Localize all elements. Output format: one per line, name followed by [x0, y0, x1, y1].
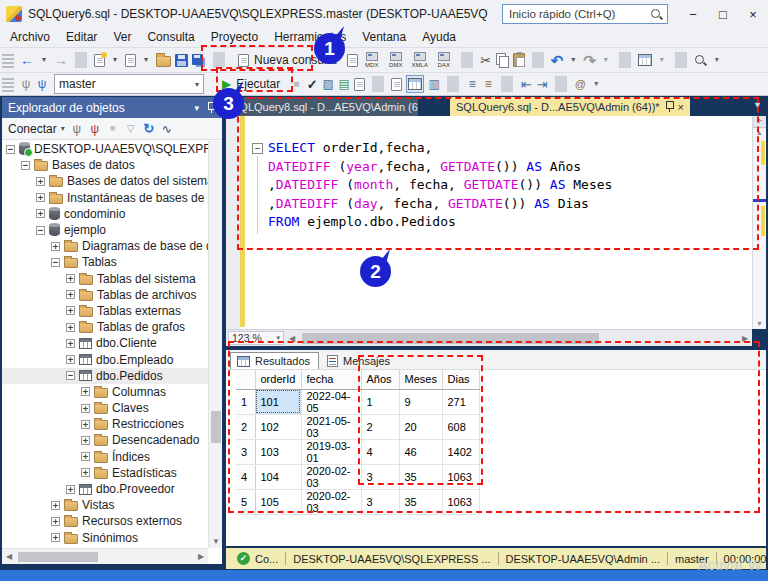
- tree-item-claves[interactable]: +Claves: [2, 400, 208, 416]
- scroll-right-icon[interactable]: ▶: [194, 552, 208, 561]
- grid-cell[interactable]: 102: [255, 414, 301, 439]
- tree-item-bases-de-datos[interactable]: −Bases de datos: [2, 157, 208, 173]
- grid-cell[interactable]: 608: [442, 414, 479, 439]
- navigate-back-icon[interactable]: ←: [20, 51, 34, 69]
- menu-ventana[interactable]: Ventana: [354, 28, 414, 47]
- tree-item-tablas-de-archivos[interactable]: +Tablas de archivos: [2, 287, 208, 303]
- grid-cell[interactable]: 1063: [442, 464, 479, 489]
- database-combobox[interactable]: master ▾: [54, 74, 204, 94]
- tree-item-vistas[interactable]: +Vistas: [2, 497, 208, 513]
- undo-icon[interactable]: ↶: [551, 51, 564, 69]
- tab-list-caret-icon[interactable]: ▼: [753, 100, 762, 110]
- tree-item-columnas[interactable]: +Columnas: [2, 384, 208, 400]
- tree-item-instantáneas-de-bases-de-d[interactable]: +Instantáneas de bases de d: [2, 190, 208, 206]
- expander-icon[interactable]: −: [6, 145, 15, 154]
- menu-consulta[interactable]: Consulta: [139, 28, 202, 47]
- menu-ver[interactable]: Ver: [105, 28, 139, 47]
- tree-item-índices[interactable]: +Índices: [2, 449, 208, 465]
- change-connection-icon[interactable]: ψ: [36, 75, 48, 93]
- debug-stop-icon[interactable]: ■: [290, 75, 302, 93]
- grid-cell[interactable]: 4: [361, 439, 399, 464]
- grid-column-header[interactable]: Meses: [399, 370, 442, 389]
- tree-item-dbo-proveedor[interactable]: +dbo.Proveedor: [2, 481, 208, 497]
- expander-icon[interactable]: −: [36, 226, 45, 235]
- tree-item-tablas-del-sistema[interactable]: +Tablas del sistema: [2, 271, 208, 287]
- grid-cell[interactable]: 1: [236, 389, 255, 414]
- tree-item-recursos-externos[interactable]: +Recursos externos: [2, 513, 208, 529]
- expander-icon[interactable]: +: [36, 177, 45, 186]
- grid-cell[interactable]: 1402: [442, 439, 479, 464]
- grid-cell[interactable]: 2020-02-03: [301, 489, 361, 514]
- dmx-query-icon[interactable]: DMX: [386, 52, 406, 68]
- grid-cell[interactable]: 46: [399, 439, 442, 464]
- sqlcmd-mode-icon[interactable]: @: [574, 75, 586, 93]
- zoom-level-combobox[interactable]: 123 % ▾: [228, 331, 284, 345]
- grid-cell[interactable]: 3: [361, 489, 399, 514]
- menu-ayuda[interactable]: Ayuda: [414, 28, 464, 47]
- find-icon[interactable]: [694, 54, 707, 67]
- connect-plug-icon[interactable]: ψ: [71, 120, 83, 138]
- tree-item-sinónimos[interactable]: +Sinónimos: [2, 530, 208, 546]
- grid-column-header[interactable]: orderId: [255, 370, 301, 389]
- grid-column-header[interactable]: Dias: [442, 370, 479, 389]
- sql-code[interactable]: SELECT orderId,fecha,DATEDIFF (year,fech…: [268, 139, 612, 232]
- tab-mensajes[interactable]: Mensajes: [321, 353, 398, 369]
- grid-cell[interactable]: 1063: [442, 489, 479, 514]
- grid-cell[interactable]: 3: [361, 464, 399, 489]
- connect-session-icon[interactable]: ψ: [20, 75, 32, 93]
- editor-horizontal-scrollbar[interactable]: [300, 333, 737, 344]
- tree-item-tablas-externas[interactable]: +Tablas externas: [2, 303, 208, 319]
- grid-cell[interactable]: 2022-04-05: [301, 389, 361, 414]
- grid-cell[interactable]: 271: [442, 389, 479, 414]
- menu-editar[interactable]: Editar: [58, 28, 105, 47]
- results-to-grid-icon[interactable]: [406, 75, 424, 93]
- grid-cell[interactable]: 35: [399, 489, 442, 514]
- cut-icon[interactable]: ✂: [480, 51, 492, 69]
- maximize-button[interactable]: □: [708, 0, 738, 28]
- xmla-query-icon[interactable]: XMLA: [410, 52, 430, 68]
- expander-icon[interactable]: +: [81, 468, 90, 477]
- grid-column-header[interactable]: fecha: [301, 370, 361, 389]
- open-file-icon[interactable]: [156, 56, 171, 67]
- scroll-down-icon[interactable]: ▼: [753, 320, 766, 327]
- new-query-current-connection-icon[interactable]: [347, 54, 358, 67]
- decrease-indent-icon[interactable]: ⇤: [520, 75, 532, 93]
- grid-cell[interactable]: 35: [399, 464, 442, 489]
- grid-column-header[interactable]: Años: [361, 370, 399, 389]
- add-item-caret-icon[interactable]: ▾: [140, 51, 152, 69]
- tree-item-tablas-de-grafos[interactable]: +Tablas de grafos: [2, 319, 208, 335]
- expander-icon[interactable]: +: [66, 355, 75, 364]
- grid-cell[interactable]: 1: [361, 389, 399, 414]
- include-actual-plan-icon[interactable]: ▤: [338, 75, 350, 93]
- grid-cell[interactable]: 103: [255, 439, 301, 464]
- tree-horizontal-scrollbar[interactable]: ◀ ▶: [2, 548, 208, 564]
- tree-item-dbo-cliente[interactable]: +dbo.Cliente: [2, 335, 208, 351]
- stop-icon[interactable]: ■: [107, 120, 119, 138]
- scrollbar-thumb[interactable]: [18, 552, 98, 562]
- increase-indent-icon[interactable]: ⇥: [536, 75, 548, 93]
- grid-cell[interactable]: 105: [255, 489, 301, 514]
- split-editor-handle[interactable]: ÷: [753, 116, 766, 128]
- expander-icon[interactable]: +: [36, 209, 45, 218]
- scrollbar-thumb[interactable]: [302, 333, 599, 344]
- display-estimated-plan-icon[interactable]: ▧: [322, 75, 334, 93]
- scroll-right-icon[interactable]: ▶: [740, 334, 750, 343]
- filter-icon[interactable]: ▽: [125, 120, 137, 138]
- scroll-down-icon[interactable]: ▼: [209, 537, 223, 546]
- expander-icon[interactable]: +: [81, 436, 90, 445]
- grid-cell[interactable]: 9: [399, 389, 442, 414]
- new-project-caret-icon[interactable]: ▾: [109, 51, 121, 69]
- results-grid[interactable]: orderIdfechaAñosMesesDias11012022-04-051…: [236, 370, 480, 515]
- grid-cell[interactable]: 2: [361, 414, 399, 439]
- tree-vertical-scrollbar[interactable]: ▼: [208, 141, 222, 548]
- grid-cell[interactable]: 20: [399, 414, 442, 439]
- expander-icon[interactable]: +: [66, 323, 75, 332]
- menu-archivo[interactable]: Archivo: [2, 28, 58, 47]
- expander-icon[interactable]: +: [81, 420, 90, 429]
- scroll-left-icon[interactable]: ◀: [287, 334, 297, 343]
- grid-column-header[interactable]: [236, 370, 255, 389]
- grid-cell[interactable]: 101: [255, 389, 301, 414]
- tree-item-diagramas-de-base-de-d[interactable]: +Diagramas de base de d: [2, 238, 208, 254]
- toolbar-combo-caret-icon[interactable]: ▾: [656, 51, 668, 69]
- tree-item-estadísticas[interactable]: +Estadísticas: [2, 465, 208, 481]
